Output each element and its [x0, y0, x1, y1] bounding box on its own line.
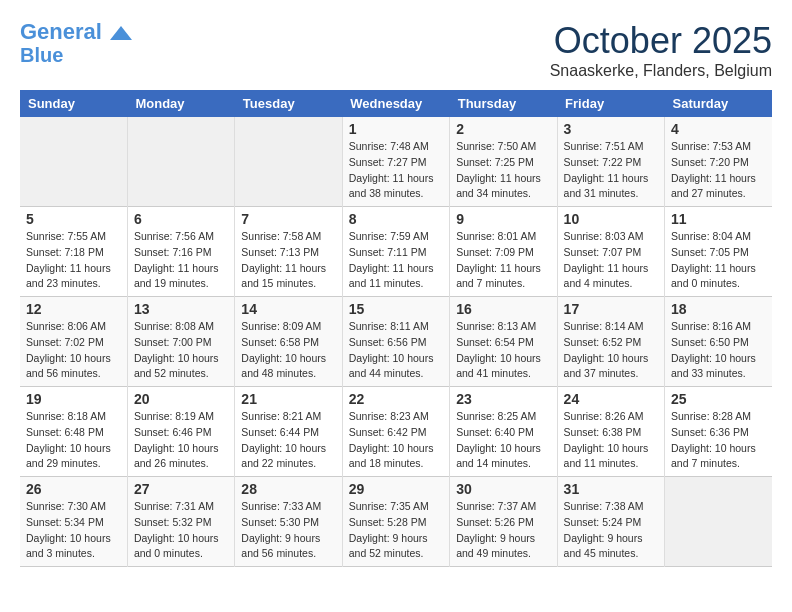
day-number: 4	[671, 121, 766, 137]
day-number: 2	[456, 121, 550, 137]
day-number: 27	[134, 481, 228, 497]
calendar-cell: 10Sunrise: 8:03 AM Sunset: 7:07 PM Dayli…	[557, 207, 664, 297]
day-info: Sunrise: 7:30 AM Sunset: 5:34 PM Dayligh…	[26, 499, 121, 562]
day-number: 23	[456, 391, 550, 407]
calendar-cell: 29Sunrise: 7:35 AM Sunset: 5:28 PM Dayli…	[342, 477, 449, 567]
day-number: 14	[241, 301, 335, 317]
day-info: Sunrise: 7:33 AM Sunset: 5:30 PM Dayligh…	[241, 499, 335, 562]
calendar-header-row: SundayMondayTuesdayWednesdayThursdayFrid…	[20, 90, 772, 117]
day-number: 15	[349, 301, 443, 317]
calendar-cell: 14Sunrise: 8:09 AM Sunset: 6:58 PM Dayli…	[235, 297, 342, 387]
calendar-cell: 1Sunrise: 7:48 AM Sunset: 7:27 PM Daylig…	[342, 117, 449, 207]
day-info: Sunrise: 7:51 AM Sunset: 7:22 PM Dayligh…	[564, 139, 658, 202]
calendar-cell: 27Sunrise: 7:31 AM Sunset: 5:32 PM Dayli…	[127, 477, 234, 567]
day-header-tuesday: Tuesday	[235, 90, 342, 117]
day-number: 9	[456, 211, 550, 227]
day-header-thursday: Thursday	[450, 90, 557, 117]
logo-icon	[110, 26, 132, 40]
calendar-cell: 12Sunrise: 8:06 AM Sunset: 7:02 PM Dayli…	[20, 297, 127, 387]
calendar-cell: 21Sunrise: 8:21 AM Sunset: 6:44 PM Dayli…	[235, 387, 342, 477]
month-title: October 2025	[550, 20, 772, 62]
calendar-cell: 9Sunrise: 8:01 AM Sunset: 7:09 PM Daylig…	[450, 207, 557, 297]
day-info: Sunrise: 8:11 AM Sunset: 6:56 PM Dayligh…	[349, 319, 443, 382]
calendar-cell: 16Sunrise: 8:13 AM Sunset: 6:54 PM Dayli…	[450, 297, 557, 387]
day-info: Sunrise: 7:58 AM Sunset: 7:13 PM Dayligh…	[241, 229, 335, 292]
day-info: Sunrise: 8:03 AM Sunset: 7:07 PM Dayligh…	[564, 229, 658, 292]
day-info: Sunrise: 8:13 AM Sunset: 6:54 PM Dayligh…	[456, 319, 550, 382]
calendar-cell: 2Sunrise: 7:50 AM Sunset: 7:25 PM Daylig…	[450, 117, 557, 207]
calendar-cell: 31Sunrise: 7:38 AM Sunset: 5:24 PM Dayli…	[557, 477, 664, 567]
calendar-cell: 30Sunrise: 7:37 AM Sunset: 5:26 PM Dayli…	[450, 477, 557, 567]
page-header: General Blue October 2025 Snaaskerke, Fl…	[20, 20, 772, 80]
day-number: 8	[349, 211, 443, 227]
calendar-cell: 8Sunrise: 7:59 AM Sunset: 7:11 PM Daylig…	[342, 207, 449, 297]
day-number: 25	[671, 391, 766, 407]
calendar-cell: 5Sunrise: 7:55 AM Sunset: 7:18 PM Daylig…	[20, 207, 127, 297]
day-info: Sunrise: 8:06 AM Sunset: 7:02 PM Dayligh…	[26, 319, 121, 382]
day-info: Sunrise: 8:14 AM Sunset: 6:52 PM Dayligh…	[564, 319, 658, 382]
day-number: 16	[456, 301, 550, 317]
day-info: Sunrise: 8:09 AM Sunset: 6:58 PM Dayligh…	[241, 319, 335, 382]
title-area: October 2025 Snaaskerke, Flanders, Belgi…	[550, 20, 772, 80]
calendar-cell	[235, 117, 342, 207]
calendar-cell: 13Sunrise: 8:08 AM Sunset: 7:00 PM Dayli…	[127, 297, 234, 387]
day-number: 28	[241, 481, 335, 497]
day-info: Sunrise: 8:16 AM Sunset: 6:50 PM Dayligh…	[671, 319, 766, 382]
day-number: 3	[564, 121, 658, 137]
day-number: 18	[671, 301, 766, 317]
day-info: Sunrise: 8:23 AM Sunset: 6:42 PM Dayligh…	[349, 409, 443, 472]
day-number: 30	[456, 481, 550, 497]
day-number: 26	[26, 481, 121, 497]
calendar-cell: 19Sunrise: 8:18 AM Sunset: 6:48 PM Dayli…	[20, 387, 127, 477]
day-number: 29	[349, 481, 443, 497]
day-number: 13	[134, 301, 228, 317]
calendar-cell	[20, 117, 127, 207]
calendar-cell: 28Sunrise: 7:33 AM Sunset: 5:30 PM Dayli…	[235, 477, 342, 567]
day-info: Sunrise: 7:53 AM Sunset: 7:20 PM Dayligh…	[671, 139, 766, 202]
day-info: Sunrise: 8:26 AM Sunset: 6:38 PM Dayligh…	[564, 409, 658, 472]
day-info: Sunrise: 8:04 AM Sunset: 7:05 PM Dayligh…	[671, 229, 766, 292]
day-info: Sunrise: 8:28 AM Sunset: 6:36 PM Dayligh…	[671, 409, 766, 472]
day-number: 12	[26, 301, 121, 317]
day-info: Sunrise: 7:55 AM Sunset: 7:18 PM Dayligh…	[26, 229, 121, 292]
day-number: 24	[564, 391, 658, 407]
day-number: 6	[134, 211, 228, 227]
logo: General Blue	[20, 20, 132, 66]
calendar-cell: 26Sunrise: 7:30 AM Sunset: 5:34 PM Dayli…	[20, 477, 127, 567]
day-info: Sunrise: 7:56 AM Sunset: 7:16 PM Dayligh…	[134, 229, 228, 292]
day-info: Sunrise: 8:01 AM Sunset: 7:09 PM Dayligh…	[456, 229, 550, 292]
logo-text: General	[20, 20, 132, 44]
calendar-cell: 18Sunrise: 8:16 AM Sunset: 6:50 PM Dayli…	[665, 297, 772, 387]
calendar-week-3: 19Sunrise: 8:18 AM Sunset: 6:48 PM Dayli…	[20, 387, 772, 477]
day-header-wednesday: Wednesday	[342, 90, 449, 117]
calendar-cell: 23Sunrise: 8:25 AM Sunset: 6:40 PM Dayli…	[450, 387, 557, 477]
location-title: Snaaskerke, Flanders, Belgium	[550, 62, 772, 80]
day-info: Sunrise: 7:31 AM Sunset: 5:32 PM Dayligh…	[134, 499, 228, 562]
day-number: 31	[564, 481, 658, 497]
day-info: Sunrise: 7:37 AM Sunset: 5:26 PM Dayligh…	[456, 499, 550, 562]
calendar-cell: 17Sunrise: 8:14 AM Sunset: 6:52 PM Dayli…	[557, 297, 664, 387]
day-info: Sunrise: 7:48 AM Sunset: 7:27 PM Dayligh…	[349, 139, 443, 202]
calendar-cell: 20Sunrise: 8:19 AM Sunset: 6:46 PM Dayli…	[127, 387, 234, 477]
day-number: 22	[349, 391, 443, 407]
day-info: Sunrise: 8:25 AM Sunset: 6:40 PM Dayligh…	[456, 409, 550, 472]
day-number: 7	[241, 211, 335, 227]
day-info: Sunrise: 7:59 AM Sunset: 7:11 PM Dayligh…	[349, 229, 443, 292]
day-header-monday: Monday	[127, 90, 234, 117]
day-number: 17	[564, 301, 658, 317]
day-info: Sunrise: 7:50 AM Sunset: 7:25 PM Dayligh…	[456, 139, 550, 202]
day-info: Sunrise: 7:38 AM Sunset: 5:24 PM Dayligh…	[564, 499, 658, 562]
calendar-cell	[127, 117, 234, 207]
calendar-cell	[665, 477, 772, 567]
calendar-cell: 6Sunrise: 7:56 AM Sunset: 7:16 PM Daylig…	[127, 207, 234, 297]
calendar-week-2: 12Sunrise: 8:06 AM Sunset: 7:02 PM Dayli…	[20, 297, 772, 387]
calendar-cell: 25Sunrise: 8:28 AM Sunset: 6:36 PM Dayli…	[665, 387, 772, 477]
day-header-saturday: Saturday	[665, 90, 772, 117]
day-number: 20	[134, 391, 228, 407]
day-info: Sunrise: 8:18 AM Sunset: 6:48 PM Dayligh…	[26, 409, 121, 472]
day-info: Sunrise: 7:35 AM Sunset: 5:28 PM Dayligh…	[349, 499, 443, 562]
day-header-sunday: Sunday	[20, 90, 127, 117]
calendar-cell: 22Sunrise: 8:23 AM Sunset: 6:42 PM Dayli…	[342, 387, 449, 477]
logo-blue: Blue	[20, 44, 63, 66]
day-number: 10	[564, 211, 658, 227]
